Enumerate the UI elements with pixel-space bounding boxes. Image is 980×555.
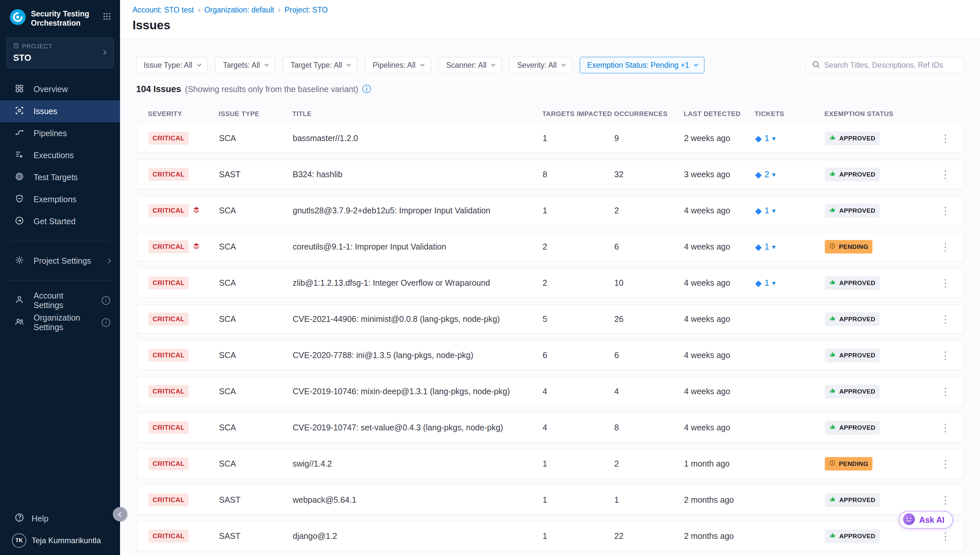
sidebar-item-test-targets[interactable]: Test Targets (0, 166, 120, 188)
table-row[interactable]: CRITICAL SCA bassmaster//1.2.0 1 9 2 wee… (136, 124, 964, 153)
issue-title[interactable]: CVE-2019-10747: set-value@0.4.3 (lang-pk… (293, 423, 543, 432)
breadcrumb-account-link[interactable]: Account: STO test (133, 6, 194, 14)
last-detected: 2 months ago (684, 495, 755, 505)
ticket-count: 1 (765, 242, 769, 252)
occurrences: 22 (614, 531, 684, 541)
last-detected: 4 weeks ago (684, 423, 755, 432)
filter-target-type[interactable]: Target Type: All (283, 57, 357, 73)
ticket-cell[interactable]: ◆ 1 ▾ (755, 278, 825, 288)
sidebar-item-label: Project Settings (34, 256, 91, 266)
row-menu-button[interactable]: ⋮ (937, 205, 954, 217)
table-row[interactable]: CRITICAL SCA coreutils@9.1-1: Improper I… (136, 232, 964, 261)
status-badge: APPROVED (825, 421, 880, 435)
issue-title[interactable]: django@1.2 (293, 531, 543, 541)
row-menu-button[interactable]: ⋮ (937, 168, 954, 181)
status-badge: APPROVED (825, 493, 880, 507)
approved-icon (829, 351, 836, 360)
sidebar: Security Testing Orchestration PROJECT S… (0, 0, 120, 555)
ticket-cell[interactable]: ◆ 1 ▾ (755, 133, 825, 143)
breadcrumb-separator: › (278, 5, 281, 14)
sidebar-item-pipelines[interactable]: Pipelines (0, 122, 120, 144)
app-title: Security Testing Orchestration (31, 9, 97, 27)
col-tickets: TICKETS (755, 110, 824, 118)
sidebar-item-overview[interactable]: Overview (0, 78, 120, 100)
caret-down-icon: ▾ (772, 135, 775, 142)
chevron-down-icon (197, 62, 201, 66)
sidebar-item-account-settings[interactable]: Account Settings i (0, 289, 120, 311)
issue-title[interactable]: CVE-2019-10746: mixin-deep@1.3.1 (lang-p… (293, 387, 543, 396)
info-icon[interactable]: i (102, 318, 110, 327)
project-label: PROJECT (22, 43, 52, 50)
help-button[interactable]: Help (0, 508, 120, 529)
issue-title[interactable]: gnutls28@3.7.9-2+deb12u5: Improper Input… (293, 206, 543, 215)
breadcrumb-project-link[interactable]: Project: STO (284, 6, 327, 14)
table-row[interactable]: CRITICAL SCA CVE-2021-44906: minimist@0.… (136, 305, 964, 334)
issue-title[interactable]: bassmaster//1.2.0 (293, 133, 543, 143)
table-row[interactable]: CRITICAL SCA zlib@1:1.2.13.dfsg-1: Integ… (136, 268, 964, 298)
user-profile[interactable]: TK Teja Kummarikuntla (0, 533, 120, 548)
search-box (806, 57, 964, 73)
sidebar-item-issues[interactable]: Issues (0, 100, 120, 122)
filter-issue-type[interactable]: Issue Type: All (136, 57, 207, 73)
issue-title[interactable]: B324: hashlib (293, 170, 543, 179)
row-menu-button[interactable]: ⋮ (937, 422, 954, 434)
filter-exemption-status[interactable]: Exemption Status: Pending +1 (580, 57, 704, 73)
filter-scanner[interactable]: Scanner: All (439, 57, 502, 73)
project-name: STO (13, 53, 107, 63)
row-menu-button[interactable]: ⋮ (937, 530, 954, 542)
table-row[interactable]: CRITICAL SAST django@1.2 1 22 2 months a… (136, 521, 964, 551)
row-menu-button[interactable]: ⋮ (937, 132, 954, 145)
sidebar-item-executions[interactable]: Executions (0, 144, 120, 166)
col-title: TITLE (292, 110, 542, 118)
issues-count: 104 Issues (136, 84, 181, 95)
issue-title[interactable]: swig//1.4.2 (293, 459, 543, 468)
severity-badge: CRITICAL (148, 276, 189, 289)
table-row[interactable]: CRITICAL SAST webpack@5.64.1 1 1 2 month… (136, 485, 964, 515)
table-row[interactable]: CRITICAL SCA swig//1.4.2 1 2 1 month ago… (136, 449, 964, 478)
row-menu-button[interactable]: ⋮ (937, 313, 954, 326)
row-menu-button[interactable]: ⋮ (937, 349, 954, 362)
row-menu-button[interactable]: ⋮ (937, 458, 954, 470)
filter-pipelines[interactable]: Pipelines: All (365, 57, 430, 73)
sidebar-item-organization-settings[interactable]: Organization Settings i (0, 311, 120, 334)
info-icon[interactable]: ⓘ (362, 83, 371, 95)
row-menu-button[interactable]: ⋮ (937, 241, 954, 253)
table-row[interactable]: CRITICAL SCA CVE-2019-10747: set-value@0… (136, 413, 964, 442)
pipelines-icon (14, 128, 24, 140)
table-row[interactable]: CRITICAL SCA CVE-2019-10746: mixin-deep@… (136, 377, 964, 406)
avatar: TK (12, 533, 26, 548)
severity-badge: CRITICAL (148, 204, 189, 217)
info-icon[interactable]: i (102, 296, 110, 305)
issue-title[interactable]: coreutils@9.1-1: Improper Input Validati… (293, 242, 543, 252)
search-input[interactable] (824, 61, 958, 70)
row-menu-button[interactable]: ⋮ (937, 385, 954, 398)
ticket-cell[interactable]: ◆ 2 ▾ (755, 170, 825, 179)
issue-title[interactable]: zlib@1:1.2.13.dfsg-1: Integer Overflow o… (293, 278, 543, 288)
approved-icon (829, 279, 836, 287)
collapse-sidebar-button[interactable] (113, 507, 127, 521)
module-switcher-icon[interactable] (102, 12, 111, 22)
row-menu-button[interactable]: ⋮ (937, 277, 954, 289)
filter-severity[interactable]: Severity: All (509, 57, 571, 73)
help-icon (14, 513, 24, 525)
sidebar-item-get-started[interactable]: Get Started (0, 210, 120, 233)
filter-targets[interactable]: Targets: All (215, 57, 275, 73)
issue-title[interactable]: webpack@5.64.1 (293, 495, 543, 505)
table-row[interactable]: CRITICAL SCA gnutls28@3.7.9-2+deb12u5: I… (136, 196, 964, 225)
sidebar-item-project-settings[interactable]: Project Settings (0, 250, 120, 272)
table-row[interactable]: CRITICAL SCA CVE-2020-7788: ini@1.3.5 (l… (136, 341, 964, 370)
ticket-cell[interactable]: ◆ 1 ▾ (755, 242, 825, 252)
issue-title[interactable]: CVE-2020-7788: ini@1.3.5 (lang-pkgs, nod… (293, 350, 543, 360)
breadcrumb-separator: › (198, 5, 200, 14)
targets-impacted: 1 (543, 459, 614, 468)
ask-ai-button[interactable]: Ask AI (899, 511, 953, 529)
table-row[interactable]: CRITICAL SAST B324: hashlib 8 32 3 weeks… (136, 160, 964, 189)
status-label: APPROVED (839, 279, 876, 287)
project-selector[interactable]: PROJECT STO (6, 37, 114, 68)
breadcrumb-organization-link[interactable]: Organization: default (204, 6, 274, 14)
ticket-cell[interactable]: ◆ 1 ▾ (755, 206, 825, 215)
sidebar-item-exemptions[interactable]: Exemptions (0, 188, 120, 210)
targets-impacted: 1 (543, 133, 614, 143)
row-menu-button[interactable]: ⋮ (937, 494, 954, 506)
issue-title[interactable]: CVE-2021-44906: minimist@0.0.8 (lang-pkg… (293, 314, 543, 324)
